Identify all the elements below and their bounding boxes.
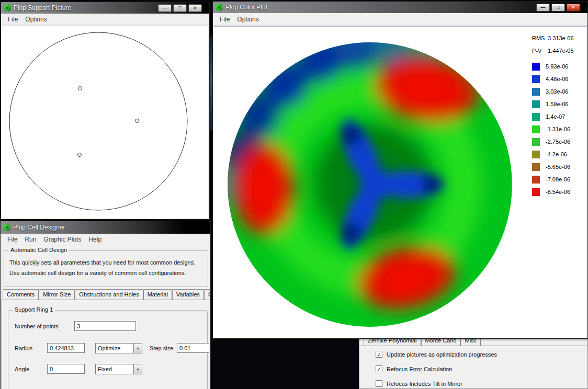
auto-design-description-2: Use automatic cell design for a variety …	[9, 270, 186, 276]
legend-swatch	[532, 138, 540, 146]
window-cell-designer: Plop Cell Designer File Run Graphic Plot…	[0, 221, 211, 389]
update-pictures-row: ✓ Update pictures as optimization progre…	[376, 351, 497, 358]
legend-row: 3.03e-06	[532, 85, 585, 98]
menu-options[interactable]: Options	[21, 15, 50, 24]
automatic-cell-design-group: Automatic Cell Design This quickly sets …	[4, 250, 208, 287]
cell-designer-title: Plop Cell Designer	[13, 224, 65, 231]
window-background-options: Zernike Polynomial Monte Carlo Misc ✓ Up…	[359, 335, 588, 389]
legend-row: -7.09e-06	[532, 173, 585, 186]
tab-material[interactable]: Material	[143, 289, 172, 300]
refocus-tilt-row: Refocus Includes Tilt in Mirror	[376, 380, 462, 387]
legend-value: 4.48e-06	[546, 76, 568, 82]
maximize-button[interactable]: □	[551, 4, 565, 12]
support-point	[78, 87, 82, 90]
menu-graphic-plots[interactable]: Graphic Plots	[40, 235, 85, 244]
radius-mode-select[interactable]: Optimize ▼	[95, 343, 142, 353]
tab-page-top-border	[359, 346, 587, 346]
color-scale-legend: RMS 3.313e-06 P-V 1.447e-05 5.93e-06 4.4…	[532, 32, 585, 198]
refocus-tilt-label[interactable]: Refocus Includes Tilt in Mirror	[387, 381, 462, 387]
legend-row: -2.75e-06	[532, 135, 585, 148]
angle-mode-select[interactable]: Fixed ▼	[95, 364, 142, 374]
cell-designer-titlebar[interactable]: Plop Cell Designer	[1, 221, 210, 234]
legend-row: -1.31e-06	[532, 123, 585, 135]
caption-buttons: — □ ×	[536, 4, 585, 12]
tab-obstructions-and-holes[interactable]: Obstructions and Holes	[75, 289, 143, 300]
legend-swatch	[532, 88, 540, 96]
maximize-button[interactable]: □	[173, 4, 187, 12]
legend-swatch	[532, 188, 540, 196]
automatic-cell-design-label: Automatic Cell Design	[8, 247, 69, 253]
color-plot-canvas: RMS 3.313e-06 P-V 1.447e-05 5.93e-06 4.4…	[214, 26, 586, 338]
legend-swatch	[532, 100, 540, 108]
number-of-points-input[interactable]	[74, 321, 136, 331]
support-ring-label: Support Ring 1	[13, 306, 55, 313]
tab-mirror-size[interactable]: Mirror Size	[39, 289, 75, 300]
rms-label: RMS	[532, 35, 548, 41]
menu-file[interactable]: File	[4, 15, 21, 24]
legend-value: 3.03e-06	[546, 88, 568, 95]
angle-input[interactable]	[47, 364, 85, 374]
legend-value: -7.09e-06	[546, 176, 570, 182]
pv-label: P-V	[532, 48, 548, 54]
refocus-error-row: ✓ Refocus Error Calculation	[376, 365, 452, 372]
radius-label: Radius	[15, 345, 32, 351]
legend-value: 1.4e-07	[546, 113, 565, 120]
tab-comments[interactable]: Comments	[3, 289, 39, 300]
radius-input[interactable]	[47, 343, 85, 353]
close-button[interactable]: ×	[567, 4, 580, 12]
refocus-error-label[interactable]: Refocus Error Calculation	[387, 366, 452, 372]
menu-help[interactable]: Help	[85, 235, 105, 244]
desktop: { "chrome": { "minimize_glyph": "—", "ma…	[0, 0, 588, 389]
auto-design-description-1: This quickly sets all parameters that yo…	[9, 259, 195, 266]
refocus-error-checkbox[interactable]: ✓	[376, 365, 382, 372]
plop-app-icon	[4, 4, 11, 12]
legend-value: 1.59e-06	[546, 101, 568, 107]
angle-label: Angle	[15, 366, 29, 372]
legend-swatch	[532, 113, 540, 121]
mirror-outline-circle	[9, 32, 187, 210]
color-plot-titlebar[interactable]: Plop Color Plot — □ ×	[213, 2, 587, 13]
caption-buttons: — □ ×	[158, 4, 207, 12]
minimize-button[interactable]: —	[158, 4, 172, 12]
tab-variables[interactable]: Variables	[172, 289, 204, 300]
color-plot-menubar: File Options	[213, 13, 587, 26]
cell-designer-menubar: File Run Graphic Plots Help	[1, 234, 210, 245]
menu-options[interactable]: Options	[233, 15, 262, 24]
legend-row: 4.48e-06	[532, 73, 585, 85]
support-picture-menubar: File Options	[2, 14, 209, 25]
rms-value: 3.313e-06	[548, 35, 574, 41]
menu-file[interactable]: File	[4, 235, 21, 244]
support-picture-title: Plop Support Picture	[14, 4, 71, 12]
legend-swatch	[532, 63, 540, 71]
menu-file[interactable]: File	[216, 15, 233, 24]
legend-value: -8.54e-06	[546, 189, 570, 195]
pv-value: 1.447e-05	[548, 48, 574, 54]
legend-swatch	[532, 75, 540, 83]
legend-row: 5.93e-06	[532, 60, 585, 73]
color-plot-title: Plop Color Plot	[225, 4, 267, 11]
support-layout-drawing	[2, 26, 208, 219]
legend-row: -8.54e-06	[532, 186, 585, 198]
refocus-tilt-checkbox[interactable]	[376, 380, 382, 387]
legend-value: -2.75e-06	[546, 139, 570, 145]
update-pictures-checkbox[interactable]: ✓	[376, 351, 382, 358]
step-size-input[interactable]	[177, 343, 209, 353]
legend-value: -5.65e-06	[546, 164, 570, 170]
minimize-button[interactable]: —	[536, 4, 550, 12]
legend-value: -4.2e-06	[546, 151, 567, 157]
rms-stat: RMS 3.313e-06	[532, 32, 585, 44]
legend-row: -5.65e-06	[532, 161, 585, 173]
plop-app-icon	[3, 224, 10, 231]
legend-row: -4.2e-06	[532, 148, 585, 161]
menu-run[interactable]: Run	[21, 235, 40, 244]
legend-swatch	[532, 125, 540, 133]
close-button[interactable]: ×	[188, 4, 202, 12]
support-point	[135, 119, 139, 123]
pv-stat: P-V 1.447e-05	[532, 44, 585, 57]
update-pictures-label[interactable]: Update pictures as optimization progress…	[387, 351, 497, 358]
tab-cell-type[interactable]: Cell Type	[204, 289, 211, 300]
window-support-picture: Plop Support Picture — □ × File Options	[1, 2, 210, 220]
dropdown-arrow-icon: ▼	[133, 344, 142, 353]
support-picture-titlebar[interactable]: Plop Support Picture — □ ×	[1, 2, 209, 14]
support-picture-canvas	[2, 26, 208, 218]
